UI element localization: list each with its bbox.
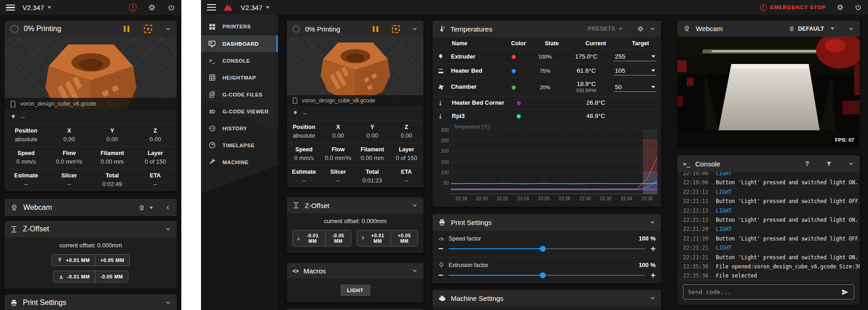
webcam-title: Webcam — [23, 203, 52, 212]
chevron-down-icon[interactable] — [649, 219, 656, 225]
extrusion-factor-label: Extrusion factor — [449, 262, 488, 268]
macro-light-button[interactable]: LIGHT — [340, 284, 370, 296]
pause-button[interactable] — [373, 26, 378, 32]
sidebar-item-timelapse[interactable]: TIMELAPSE — [201, 137, 278, 154]
chevron-down-icon[interactable] — [848, 160, 854, 167]
presets-dropdown[interactable]: PRESETS — [588, 26, 622, 32]
print-status-header: 0% Printing ✕ — [5, 21, 177, 37]
heater-bed-target-select[interactable]: 105 — [614, 66, 656, 75]
sidebar-item-printers[interactable]: PRINTERS — [201, 18, 278, 35]
file-icon — [292, 97, 298, 104]
chevron-down-icon[interactable] — [165, 226, 171, 232]
menu-icon[interactable] — [6, 5, 15, 11]
current-offset-label: current offset: 0.000mm — [292, 218, 418, 224]
power-icon[interactable] — [167, 4, 175, 12]
extruder-target-select[interactable]: 255 — [614, 52, 656, 61]
chevron-down-icon[interactable] — [848, 26, 854, 32]
printer-icon — [10, 299, 18, 307]
temperatures-title: Temperatures — [450, 25, 492, 33]
extrusion-factor-value: 100 % — [639, 262, 656, 268]
chevron-down-icon[interactable] — [649, 295, 656, 301]
chevron-down-icon[interactable] — [412, 267, 418, 274]
z-up-large-button[interactable]: +0.05 MM — [391, 230, 418, 246]
extruder-status-row: -- — [5, 110, 177, 124]
speed-factor-decrease-button[interactable]: − — [438, 246, 443, 252]
webcam-icon — [683, 25, 691, 32]
svg-text:150: 150 — [441, 160, 449, 165]
console-line: 22:21:20Button 'Light' pressed and switc… — [683, 234, 854, 243]
z-down-small-button[interactable]: -0.01 MM — [293, 230, 325, 246]
console-line: 22:35:36File selected — [683, 271, 854, 280]
help-icon[interactable]: ? — [805, 160, 809, 167]
z-up-large-button[interactable]: +0.05 MM — [95, 255, 129, 266]
fan-icon — [437, 83, 445, 91]
settings-gear-icon[interactable] — [836, 3, 844, 11]
z-down-large-button[interactable]: -0.05 MM — [95, 271, 128, 282]
print-status-header: 0% Printing ✕ — [287, 21, 423, 37]
sidebar-item-heightmap[interactable]: HEIGHTMAP — [201, 69, 278, 86]
console-log-scroll[interactable]: 22:19:06LIGHT22:19:06Button 'Light' pres… — [677, 172, 860, 280]
settings-gear-icon[interactable] — [148, 3, 156, 12]
cancel-button[interactable]: ✕ — [392, 25, 400, 33]
gcode-preview-image: voron_design_cube_v6.gcode — [5, 37, 177, 110]
chevron-down-icon[interactable] — [649, 26, 656, 32]
filename-bar: voron_design_cube_v6.gcode — [5, 98, 177, 110]
webcam-selector[interactable]: DEFAULT — [789, 26, 834, 32]
pause-button[interactable] — [124, 26, 129, 32]
alert-icon: ! — [760, 4, 767, 11]
svg-text:22:34: 22:34 — [621, 196, 632, 201]
machine-wrench-icon — [207, 158, 217, 166]
chevron-down-icon[interactable] — [412, 26, 418, 32]
nozzle-icon — [292, 110, 298, 116]
extrusion-factor-decrease-button[interactable]: − — [438, 272, 443, 278]
sidebar-item-history[interactable]: HISTORY — [201, 120, 278, 137]
z-down-large-button[interactable]: -0.05 MM — [325, 230, 351, 246]
chevron-down-icon[interactable] — [266, 6, 270, 9]
alert-icon[interactable]: ! — [129, 4, 137, 11]
z-offset-title: Z-Offset — [23, 225, 49, 233]
print-settings-header: Print Settings — [5, 294, 177, 310]
printer-icon — [438, 219, 446, 226]
printer-name[interactable]: V2.347 — [241, 4, 263, 11]
sidebar-item-dashboard[interactable]: DASHBOARD — [201, 35, 278, 52]
console-line: 22:21:21Button 'Light' pressed and switc… — [683, 253, 854, 262]
sidebar-item-gcode-files[interactable]: G-CODE FILES — [201, 86, 278, 103]
z-up-small-button[interactable]: +0.01 MM — [52, 255, 95, 266]
temperature-chart: 5010015020025030022:1822:2022:2222:2422:… — [434, 123, 659, 205]
dual-viewport-screenshot: { "app": {"accent_blue": "#2196f3", "acc… — [0, 0, 868, 310]
printer-name[interactable]: V2.347 — [22, 4, 44, 11]
chevron-down-icon[interactable] — [48, 6, 51, 9]
extrusion-factor-slider[interactable] — [449, 275, 645, 276]
menu-icon[interactable] — [207, 4, 216, 11]
speed-factor-label: Speed factor — [449, 235, 481, 242]
webcam-selector[interactable] — [138, 204, 153, 211]
send-icon[interactable] — [841, 288, 849, 296]
sidebar-item-gcode-viewer[interactable]: 3D G-CODE VIEWER — [201, 103, 278, 120]
chevron-down-icon[interactable] — [165, 26, 171, 32]
z-up-small-button[interactable]: +0.01 MM — [357, 230, 391, 246]
chevron-down-icon[interactable] — [412, 202, 418, 208]
current-offset-label: current offset: 0.000mm — [10, 242, 171, 249]
svg-text:22:28: 22:28 — [559, 196, 570, 201]
temperature-row-rpi3: Rpi3 48.9°C — [433, 109, 661, 123]
fps-badge: FPS: 07 — [831, 136, 858, 144]
temperature-settings-gear-icon[interactable] — [637, 25, 644, 32]
chevron-collapsed-icon[interactable] — [165, 204, 171, 211]
send-code-input[interactable] — [688, 289, 841, 295]
z-down-small-button[interactable]: -0.01 MM — [53, 271, 95, 282]
speed-factor-increase-button[interactable]: + — [651, 246, 656, 252]
extrusion-factor-increase-button[interactable]: + — [651, 272, 656, 278]
cancel-button[interactable]: ✕ — [144, 25, 152, 33]
emergency-stop-button[interactable]: ! EMERGENCY STOP — [760, 4, 826, 11]
sidebar-item-machine[interactable]: MACHINE — [201, 154, 278, 171]
svg-text:300: 300 — [441, 128, 449, 133]
filter-funnel-icon[interactable] — [826, 160, 832, 167]
power-icon[interactable] — [854, 4, 862, 11]
mainsail-logo — [222, 2, 233, 12]
speed-factor-slider[interactable] — [449, 248, 645, 250]
sidebar-item-console[interactable]: >_ CONSOLE — [201, 52, 278, 69]
chamber-target-select[interactable]: 50 — [614, 83, 656, 92]
temperature-row-chamber: Chamber 20% 18.9°C593 RPM 50 — [433, 78, 661, 96]
status-table-row: Speed0 mm/sFlow0.0 mm³/sFilament0.00 mmL… — [287, 143, 423, 165]
chevron-down-icon[interactable] — [165, 299, 171, 306]
